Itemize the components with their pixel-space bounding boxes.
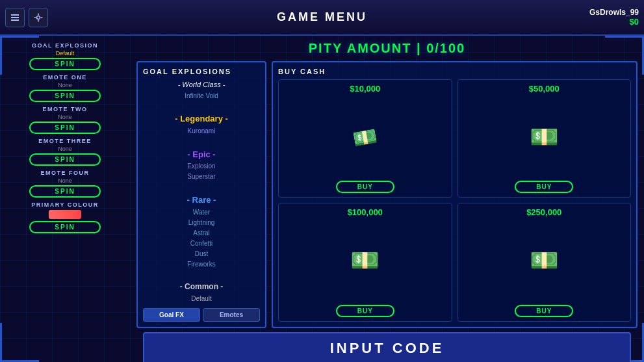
user-info: GsDrowls_99 $0 <box>589 8 639 27</box>
spin-emote-four-button[interactable]: SPIN <box>29 185 101 198</box>
section-emote-four: EMOTE FOUR None SPIN <box>10 170 120 198</box>
money-icon-10k: 💵 <box>351 124 379 151</box>
buy-button-250k[interactable]: BUY <box>515 305 573 317</box>
goal-explosion-label: GOAL EXPLOSION <box>32 42 98 49</box>
buy-button-10k[interactable]: BUY <box>336 181 394 193</box>
emote-four-label: EMOTE FOUR <box>41 170 90 176</box>
cash-item-250k: $250,000 💵 BUY <box>457 203 632 321</box>
buy-button-50k[interactable]: BUY <box>515 181 573 193</box>
emote-three-value: None <box>58 146 72 152</box>
tab-goal-fx[interactable]: Goal FX <box>143 308 200 322</box>
cash-grid: $10,000 💵 BUY $50,000 💵 BUY $100,000 💵 B… <box>278 79 631 322</box>
svg-rect-6 <box>34 17 36 18</box>
tier-epic: - Epic - <box>143 148 260 162</box>
username: GsDrowls_99 <box>589 8 639 17</box>
superstar-item: Superstar <box>143 172 260 182</box>
section-emote-two: EMOTE TWO None SPIN <box>10 106 120 134</box>
tab-emotes[interactable]: Emotes <box>203 308 260 322</box>
tier-rare: - Rare - <box>143 194 260 207</box>
goal-explosions-panel: GOAL EXPLOSIONS - World Class - Infinite… <box>136 61 266 328</box>
primary-colour-label: PRIMARY COLOUR <box>31 201 99 208</box>
emote-four-value: None <box>58 177 72 184</box>
spin-emote-three-button[interactable]: SPIN <box>29 153 101 166</box>
top-bar: GAME MENU GsDrowls_99 $0 <box>0 0 644 36</box>
emote-three-label: EMOTE THREE <box>38 138 92 144</box>
svg-rect-5 <box>38 19 39 21</box>
kuronami-item: Kuronami <box>143 126 260 136</box>
tier-legendary: - Legendary - <box>143 112 260 126</box>
buy-button-100k[interactable]: BUY <box>336 305 394 317</box>
tier-common: - Common - <box>143 281 260 293</box>
section-primary-colour: PRIMARY COLOUR SPIN <box>10 201 120 233</box>
infinite-void-item: Infinite Void <box>143 91 260 101</box>
menu-icon[interactable] <box>5 8 25 27</box>
spin-emote-one-button[interactable]: SPIN <box>29 90 101 102</box>
cash-amount-10k: $10,000 <box>350 84 380 94</box>
buy-cash-title: BUY CASH <box>278 68 631 75</box>
svg-rect-1 <box>11 17 19 18</box>
fireworks-item: Fireworks <box>143 259 260 270</box>
svg-rect-0 <box>11 14 19 16</box>
explosion-item: Explosion <box>143 161 260 172</box>
cash-item-10k: $10,000 💵 BUY <box>278 79 452 198</box>
astral-item: Astral <box>143 228 260 239</box>
spin-emote-two-button[interactable]: SPIN <box>29 122 101 134</box>
pity-label: PITY AMOUNT | 0/100 <box>309 41 465 55</box>
svg-rect-4 <box>38 13 39 15</box>
input-code-area: INPUT CODE <box>136 328 638 362</box>
cash-amount-100k: $100,000 <box>348 207 383 217</box>
game-title: GAME MENU <box>277 10 367 24</box>
tabs-row: Goal FX Emotes <box>143 308 260 322</box>
svg-rect-7 <box>41 17 43 18</box>
money-icon-50k: 💵 <box>530 123 559 151</box>
confetti-item: Confetti <box>143 239 260 249</box>
money-icon-100k: 💵 <box>350 247 380 274</box>
lightning-item: Lightning <box>143 218 260 228</box>
water-item: Water <box>143 207 260 218</box>
primary-colour-swatch <box>49 210 81 219</box>
svg-point-3 <box>37 16 40 19</box>
pity-header: PITY AMOUNT | 0/100 <box>136 41 638 56</box>
emote-two-value: None <box>58 114 72 120</box>
center-area: PITY AMOUNT | 0/100 GOAL EXPLOSIONS - Wo… <box>130 36 644 362</box>
cash-item-50k: $50,000 💵 BUY <box>457 79 632 198</box>
cash-amount-250k: $250,000 <box>526 207 561 217</box>
buy-cash-panel: BUY CASH $10,000 💵 BUY $50,000 💵 BUY $10… <box>272 61 638 328</box>
settings-icon[interactable] <box>29 8 48 27</box>
input-code-button[interactable]: INPUT CODE <box>143 332 631 362</box>
section-goal-explosion: GOAL EXPLOSION Default SPIN <box>10 42 120 70</box>
dust-item: Dust <box>143 249 260 259</box>
cash-item-100k: $100,000 💵 BUY <box>278 203 452 321</box>
section-emote-three: EMOTE THREE None SPIN <box>10 138 120 166</box>
section-emote-one: EMOTE ONE None SPIN <box>10 74 120 102</box>
default-item: Default <box>143 294 260 304</box>
money-icon-250k: 💵 <box>530 247 559 274</box>
user-cash: $0 <box>589 17 639 27</box>
goal-explosion-value: Default <box>56 50 75 57</box>
emote-one-label: EMOTE ONE <box>43 74 87 81</box>
spin-primary-colour-button[interactable]: SPIN <box>29 221 101 233</box>
spin-goal-explosion-button[interactable]: SPIN <box>29 58 101 70</box>
top-bar-icons <box>5 8 48 27</box>
svg-rect-2 <box>11 19 19 21</box>
explosions-list: - World Class - Infinite Void - Legendar… <box>143 79 260 304</box>
cash-amount-50k: $50,000 <box>529 84 560 94</box>
panels-row: GOAL EXPLOSIONS - World Class - Infinite… <box>136 61 638 328</box>
emote-two-label: EMOTE TWO <box>43 106 88 112</box>
emote-one-value: None <box>58 82 72 88</box>
left-panel: GOAL EXPLOSION Default SPIN EMOTE ONE No… <box>0 36 130 362</box>
tier-world-class: - World Class - <box>143 79 260 91</box>
goal-explosions-title: GOAL EXPLOSIONS <box>143 68 260 75</box>
main-content: GOAL EXPLOSION Default SPIN EMOTE ONE No… <box>0 36 644 362</box>
